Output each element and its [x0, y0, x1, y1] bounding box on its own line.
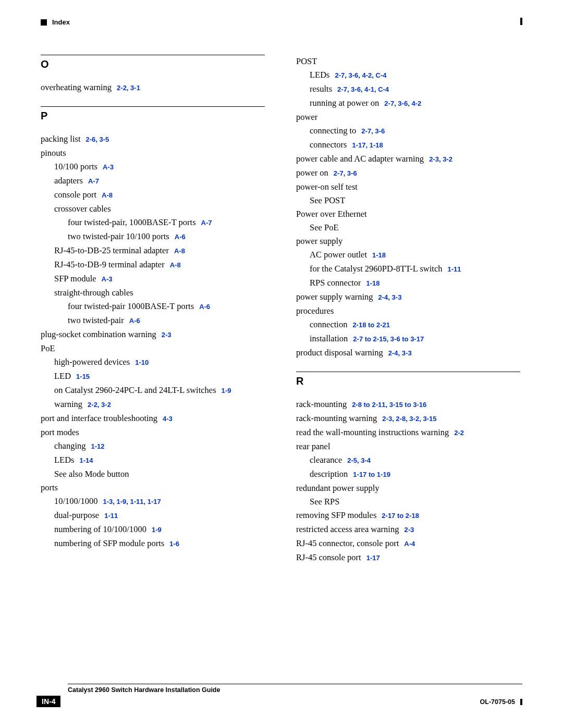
index-entry: product disposal warning2-4, 3-3 [296, 346, 520, 360]
index-page-link[interactable]: 2-7, 3-6 [334, 169, 357, 177]
index-term: connection [310, 319, 347, 329]
index-page-link[interactable]: 2-7, 3-6, 4-1, C-4 [337, 85, 389, 93]
index-entry: See also Mode button [41, 467, 265, 480]
index-entry: read the wall-mounting instructions warn… [296, 426, 520, 439]
document-id: OL-7075-05 [480, 698, 515, 706]
index-term: port modes [41, 427, 79, 437]
index-entry: on Catalyst 2960-24PC-L and 24LT-L switc… [41, 384, 265, 397]
index-page-link[interactable]: 1-3, 1-9, 1-11, 1-17 [103, 498, 161, 505]
index-term: port and interface troubleshooting [41, 413, 157, 423]
index-entry: RJ-45 connector, console portA-4 [296, 537, 520, 550]
index-page-link[interactable]: 1-12 [91, 442, 104, 450]
index-page-link[interactable]: 1-17, 1-18 [352, 141, 383, 149]
index-term: numbering of SFP module ports [54, 538, 164, 548]
index-page-link[interactable]: A-6 [175, 233, 186, 241]
index-entry: power supply warning2-4, 3-3 [296, 290, 520, 304]
index-page-link[interactable]: 1-17 [366, 554, 380, 562]
index-page-link[interactable]: 1-11 [104, 512, 118, 520]
index-page-link[interactable]: 1-18 [372, 251, 386, 259]
index-page-link[interactable]: A-3 [102, 275, 113, 283]
index-term: See POST [310, 195, 345, 205]
index-page-link[interactable]: 2-4, 3-3 [388, 349, 412, 357]
index-term: power-on self test [296, 182, 358, 192]
index-term: RJ-45-to-DB-25 terminal adapter [54, 245, 169, 255]
index-term: LED [54, 371, 71, 381]
index-page-link[interactable]: 2-3 [162, 331, 172, 339]
index-entry: rack-mounting2-8 to 2-11, 3-15 to 3-16 [296, 398, 520, 411]
index-term: RJ-45 console port [296, 552, 361, 562]
index-term: RJ-45 connector, console port [296, 538, 399, 548]
index-entry: changing1-12 [41, 439, 265, 453]
index-term: two twisted-pair 10/100 ports [68, 231, 169, 241]
index-page-link[interactable]: 1-18 [366, 279, 380, 287]
index-term: numbering of 10/100/1000 [54, 524, 146, 534]
index-entry: dual-purpose1-11 [41, 509, 265, 522]
index-entry: power cable and AC adapter warning2-3, 3… [296, 152, 520, 166]
index-page-link[interactable]: 1-11 [448, 265, 461, 273]
index-entry: Power over Ethernet [296, 207, 520, 220]
section-rule [41, 106, 265, 107]
index-entry: connectors1-17, 1-18 [296, 138, 520, 152]
index-page-link[interactable]: 2-6, 3-5 [86, 135, 109, 143]
index-page-link[interactable]: A-8 [174, 247, 185, 255]
index-page-link[interactable]: 1-17 to 1-19 [353, 471, 390, 478]
index-page-link[interactable]: A-8 [170, 261, 181, 269]
index-page-link[interactable]: 4-3 [163, 415, 173, 423]
index-page-link[interactable]: 1-15 [76, 373, 90, 380]
index-entry: adaptersA-7 [41, 174, 265, 188]
index-page-link[interactable]: 2-17 to 2-18 [382, 512, 419, 520]
index-page-link[interactable]: A-3 [103, 163, 114, 171]
index-term: description [310, 469, 348, 479]
index-term: 10/100/1000 [54, 496, 97, 506]
index-page-link[interactable]: A-7 [201, 219, 212, 227]
index-page-link[interactable]: 2-8 to 2-11, 3-15 to 3-16 [352, 401, 426, 409]
index-entry: packing list2-6, 3-5 [41, 132, 265, 146]
index-page-link[interactable]: 2-7, 3-6, 4-2, C-4 [335, 71, 387, 79]
index-term: connectors [310, 140, 347, 150]
index-term: high-powered devices [54, 357, 130, 367]
index-entry: installation2-7 to 2-15, 3-6 to 3-17 [296, 332, 520, 346]
index-page-link[interactable]: 2-3, 2-8, 3-2, 3-15 [382, 415, 436, 423]
index-page-link[interactable]: 2-3 [404, 526, 414, 534]
index-page-link[interactable]: 1-9 [152, 526, 162, 534]
index-page-link[interactable]: 2-7, 3-6, 4-2 [384, 100, 421, 107]
index-page-link[interactable]: 2-4, 3-3 [378, 293, 402, 301]
index-page-link[interactable]: 1-14 [80, 456, 93, 464]
index-page-link[interactable]: 2-18 to 2-21 [352, 321, 390, 329]
index-page-link[interactable]: 2-5, 3-4 [347, 456, 371, 464]
index-page-link[interactable]: 1-6 [169, 540, 179, 548]
index-term: restricted access area warning [296, 524, 399, 534]
index-page-link[interactable]: A-7 [88, 177, 99, 185]
index-entry: RJ-45-to-DB-25 terminal adapterA-8 [41, 244, 265, 257]
index-page-link[interactable]: A-8 [102, 191, 113, 199]
index-page-link[interactable]: 1-9 [222, 387, 231, 394]
index-entry: 10/100/10001-3, 1-9, 1-11, 1-17 [41, 495, 265, 508]
index-entry: redundant power supply [296, 482, 520, 495]
index-entry: RJ-45 console port1-17 [296, 551, 520, 564]
index-page-link[interactable]: 2-3, 3-2 [429, 155, 452, 163]
index-entry: ports [41, 481, 265, 494]
section-rule [296, 372, 520, 372]
index-page-link[interactable]: 2-7 to 2-15, 3-6 to 3-17 [353, 335, 424, 343]
index-page-link[interactable]: 2-2 [454, 429, 464, 437]
index-page-link[interactable]: 2-2, 3-1 [117, 84, 140, 92]
index-term: power cable and AC adapter warning [296, 154, 424, 164]
index-entry: RPS connector1-18 [296, 276, 520, 290]
index-entry: rear panel [296, 440, 520, 453]
index-column-right: POSTLEDs2-7, 3-6, 4-2, C-4results2-7, 3-… [296, 55, 520, 565]
index-page-link[interactable]: 1-10 [135, 359, 149, 366]
index-page-link[interactable]: A-6 [199, 303, 210, 311]
index-term: console port [54, 190, 96, 200]
index-page-link[interactable]: A-4 [404, 540, 415, 548]
index-term: on Catalyst 2960-24PC-L and 24LT-L switc… [54, 385, 216, 395]
index-entry: numbering of SFP module ports1-6 [41, 537, 265, 550]
index-page-link[interactable]: A-6 [129, 317, 140, 325]
index-page-link[interactable]: 2-2, 3-2 [88, 401, 111, 409]
index-entry: power-on self test [296, 180, 520, 193]
index-term: results [310, 84, 332, 94]
index-entry: RJ-45-to-DB-9 terminal adapterA-8 [41, 258, 265, 272]
index-page-link[interactable]: 2-7, 3-6 [361, 127, 385, 135]
index-entry: numbering of 10/100/10001-9 [41, 523, 265, 536]
index-term: AC power outlet [310, 250, 367, 260]
index-entry: power supply [296, 235, 520, 248]
